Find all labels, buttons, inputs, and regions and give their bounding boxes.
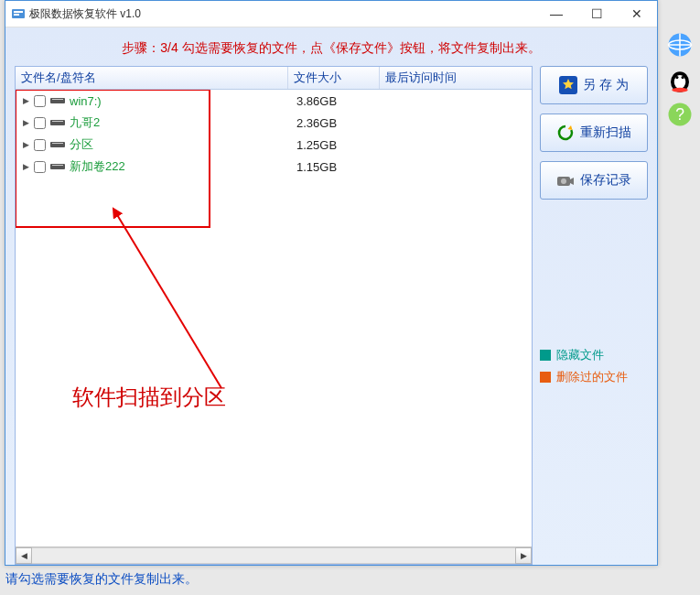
- client-area: 步骤：3/4 勾选需要恢复的文件，点《保存文件》按钮，将文件复制出来。 文件名/…: [5, 27, 657, 565]
- star-icon: [559, 76, 577, 94]
- help-icon[interactable]: ?: [666, 101, 694, 128]
- scroll-right-icon[interactable]: ▶: [515, 547, 532, 564]
- row-name: 分区: [66, 136, 296, 153]
- file-list-panel: 文件名/盘符名 文件大小 最后访问时间 ▶ win7:) 3.86GB: [15, 66, 533, 565]
- browser-icon[interactable]: [666, 31, 694, 59]
- save-log-button[interactable]: 保存记录: [540, 161, 648, 200]
- main-row: 文件名/盘符名 文件大小 最后访问时间 ▶ win7:) 3.86GB: [15, 66, 648, 565]
- svg-rect-2: [14, 14, 19, 16]
- legend-hidden: 隐藏文件: [540, 347, 648, 363]
- legend-label: 隐藏文件: [556, 347, 604, 363]
- scroll-track[interactable]: [32, 547, 515, 564]
- header-time[interactable]: 最后访问时间: [380, 67, 532, 89]
- file-rows: ▶ win7:) 3.86GB ▶ 九哥2: [16, 90, 532, 546]
- qq-penguin-icon[interactable]: [666, 66, 694, 93]
- expand-caret-icon[interactable]: ▶: [16, 140, 32, 149]
- annotation-label: 软件扫描到分区: [72, 383, 226, 412]
- swatch-hidden-icon: [540, 350, 551, 361]
- scroll-left-icon[interactable]: ◀: [16, 547, 32, 564]
- svg-point-20: [682, 76, 684, 79]
- swatch-deleted-icon: [540, 372, 551, 383]
- expand-caret-icon[interactable]: ▶: [16, 162, 32, 171]
- button-label: 另 存 为: [583, 77, 629, 93]
- table-row[interactable]: ▶ 九哥2 2.36GB: [16, 112, 532, 134]
- row-size: 1.25GB: [296, 138, 388, 152]
- camera-icon: [556, 171, 575, 189]
- svg-rect-1: [14, 11, 23, 13]
- drive-icon: [49, 140, 66, 149]
- window-controls: — ☐ ✕: [536, 1, 657, 27]
- row-name: 新加卷222: [66, 158, 296, 175]
- refresh-icon: [556, 124, 575, 142]
- svg-line-11: [116, 213, 221, 388]
- column-headers: 文件名/盘符名 文件大小 最后访问时间: [16, 67, 532, 90]
- row-name: win7:): [66, 94, 296, 108]
- table-row[interactable]: ▶ 分区 1.25GB: [16, 134, 532, 156]
- svg-rect-6: [52, 121, 63, 122]
- drive-icon: [49, 96, 66, 105]
- svg-rect-7: [50, 142, 65, 147]
- svg-text:?: ?: [675, 105, 684, 124]
- close-button[interactable]: ✕: [617, 1, 657, 27]
- desktop-side-icons: ?: [663, 31, 696, 128]
- svg-rect-3: [50, 98, 65, 103]
- svg-rect-9: [50, 164, 65, 169]
- drive-icon: [49, 118, 66, 127]
- window-title: 极限数据恢复软件 v1.0: [29, 6, 141, 22]
- expand-caret-icon[interactable]: ▶: [16, 118, 32, 127]
- svg-point-19: [675, 76, 678, 79]
- legend-deleted: 删除过的文件: [540, 369, 648, 385]
- row-size: 2.36GB: [296, 116, 388, 130]
- step-instruction: 步骤：3/4 勾选需要恢复的文件，点《保存文件》按钮，将文件复制出来。: [15, 40, 648, 57]
- header-size[interactable]: 文件大小: [288, 67, 380, 89]
- legend: 隐藏文件 删除过的文件: [540, 341, 648, 391]
- titlebar: 极限数据恢复软件 v1.0 — ☐ ✕: [5, 1, 657, 27]
- svg-rect-5: [50, 120, 65, 125]
- table-row[interactable]: ▶ 新加卷222 1.15GB: [16, 156, 532, 178]
- horizontal-scrollbar[interactable]: ◀ ▶: [16, 546, 532, 564]
- header-name[interactable]: 文件名/盘符名: [16, 67, 288, 89]
- table-row[interactable]: ▶ win7:) 3.86GB: [16, 90, 532, 112]
- save-as-button[interactable]: 另 存 为: [540, 66, 648, 104]
- rescan-button[interactable]: 重新扫描: [540, 114, 648, 152]
- drive-icon: [49, 162, 66, 171]
- row-name: 九哥2: [66, 114, 296, 131]
- button-label: 保存记录: [580, 172, 631, 189]
- svg-rect-4: [52, 99, 63, 100]
- button-label: 重新扫描: [580, 124, 631, 141]
- minimize-button[interactable]: —: [536, 1, 576, 27]
- row-size: 3.86GB: [296, 94, 388, 108]
- legend-label: 删除过的文件: [556, 369, 628, 385]
- svg-rect-8: [52, 143, 63, 144]
- svg-point-14: [561, 178, 566, 184]
- app-icon: [11, 6, 26, 21]
- row-checkbox[interactable]: [34, 95, 46, 107]
- maximize-button[interactable]: ☐: [576, 1, 617, 27]
- status-bar: 请勾选需要恢复的文件复制出来。: [5, 571, 700, 593]
- action-sidebar: 另 存 为 重新扫描 保存记录 隐藏文: [540, 66, 648, 565]
- svg-rect-10: [52, 165, 63, 166]
- row-checkbox[interactable]: [34, 117, 46, 129]
- svg-point-21: [672, 88, 688, 92]
- row-size: 1.15GB: [296, 160, 388, 174]
- expand-caret-icon[interactable]: ▶: [16, 96, 32, 105]
- row-checkbox[interactable]: [34, 161, 46, 173]
- app-window: 极限数据恢复软件 v1.0 — ☐ ✕ 步骤：3/4 勾选需要恢复的文件，点《保…: [5, 0, 658, 566]
- row-checkbox[interactable]: [34, 139, 46, 151]
